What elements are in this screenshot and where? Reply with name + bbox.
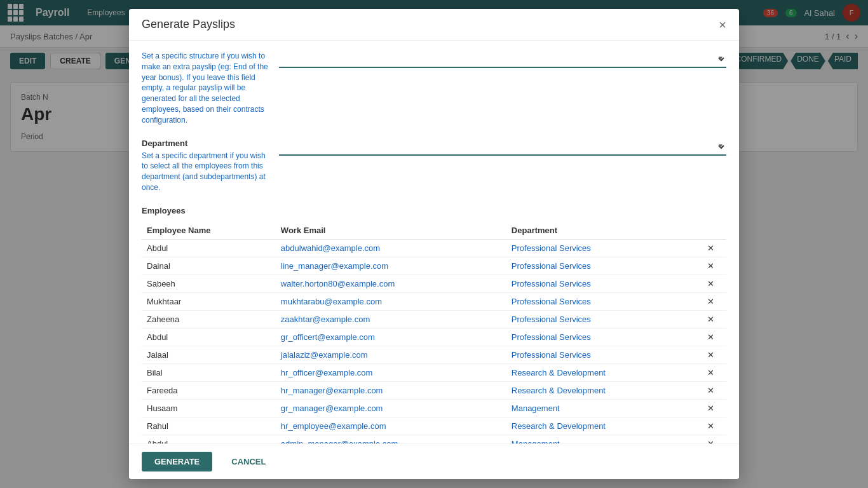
employee-dept-cell: Professional Services — [506, 274, 695, 292]
department-desc: Set a specific department if you wish to… — [142, 151, 269, 193]
remove-employee-button[interactable]: ✕ — [695, 346, 726, 363]
salary-structure-label-col: Set a specific structure if you wish to … — [142, 51, 269, 126]
employee-email-cell: hr_manager@example.com — [276, 381, 506, 399]
remove-employee-button[interactable]: ✕ — [695, 274, 726, 292]
table-header: Employee Name Work Email Department — [142, 222, 726, 240]
remove-employee-button[interactable]: ✕ — [695, 257, 726, 274]
cancel-button[interactable]: CANCEL — [219, 452, 278, 471]
employee-dept-cell: Management — [506, 435, 695, 444]
employee-email-cell: jalalaziz@example.com — [276, 346, 506, 363]
employee-name-cell: Bilal — [142, 363, 276, 381]
table-row: Rahul hr_employee@example.com Research &… — [142, 417, 726, 435]
generate-button[interactable]: GENERATE — [142, 452, 212, 471]
employee-email-cell: hr_employee@example.com — [276, 417, 506, 435]
employee-email-cell: mukhtarabu@example.com — [276, 292, 506, 310]
employee-dept-cell: Research & Development — [506, 381, 695, 399]
table-row: Zaheena zaakhtar@example.com Professiona… — [142, 310, 726, 328]
department-select-wrapper — [279, 139, 726, 156]
employee-dept-cell: Research & Development — [506, 417, 695, 435]
table-row: Abdul admin_manager@example.com Manageme… — [142, 435, 726, 444]
table-row: Sabeeh walter.horton80@example.com Profe… — [142, 274, 726, 292]
employee-email-cell: walter.horton80@example.com — [276, 274, 506, 292]
modal: Generate Payslips × Set a specific struc… — [129, 9, 739, 479]
employee-name-cell: Rahul — [142, 417, 276, 435]
col-employee-name: Employee Name — [142, 222, 276, 240]
remove-employee-button[interactable]: ✕ — [695, 328, 726, 346]
salary-structure-select-wrapper — [279, 51, 726, 68]
salary-structure-input-col — [269, 51, 726, 68]
salary-structure-desc: Set a specific structure if you wish to … — [142, 51, 269, 126]
salary-structure-row: Set a specific structure if you wish to … — [142, 51, 726, 126]
remove-employee-button[interactable]: ✕ — [695, 435, 726, 444]
department-input-col — [269, 139, 726, 156]
employee-email-cell: gr_manager@example.com — [276, 399, 506, 417]
employee-email-cell: hr_officer@example.com — [276, 363, 506, 381]
employee-name-cell: Husaam — [142, 399, 276, 417]
modal-close-button[interactable]: × — [719, 18, 726, 31]
employee-name-cell: Abdul — [142, 239, 276, 257]
department-label: Department — [142, 139, 269, 148]
employee-dept-cell: Professional Services — [506, 239, 695, 257]
remove-employee-button[interactable]: ✕ — [695, 363, 726, 381]
employees-section: Employees Employee Name Work Email Depar… — [142, 206, 726, 444]
modal-overlay[interactable]: Generate Payslips × Set a specific struc… — [0, 0, 868, 488]
modal-header: Generate Payslips × — [129, 9, 739, 41]
modal-footer: GENERATE CANCEL — [129, 444, 739, 479]
remove-employee-button[interactable]: ✕ — [695, 239, 726, 257]
employee-name-cell: Jalaal — [142, 346, 276, 363]
employee-name-cell: Abdul — [142, 435, 276, 444]
modal-body: Set a specific structure if you wish to … — [129, 41, 739, 444]
remove-employee-button[interactable]: ✕ — [695, 417, 726, 435]
employee-email-cell: abdulwahid@example.com — [276, 239, 506, 257]
table-row: Bilal hr_officer@example.com Research & … — [142, 363, 726, 381]
employees-table: Employee Name Work Email Department Abdu… — [142, 222, 726, 444]
employee-email-cell: admin_manager@example.com — [276, 435, 506, 444]
employee-email-cell: gr_officert@example.com — [276, 328, 506, 346]
employee-email-cell: zaakhtar@example.com — [276, 310, 506, 328]
employee-name-cell: Zaheena — [142, 310, 276, 328]
table-row: Abdul abdulwahid@example.com Professiona… — [142, 239, 726, 257]
employee-name-cell: Mukhtaar — [142, 292, 276, 310]
salary-structure-select[interactable] — [279, 51, 726, 68]
remove-employee-button[interactable]: ✕ — [695, 399, 726, 417]
table-row: Jalaal jalalaziz@example.com Professiona… — [142, 346, 726, 363]
employees-tbody: Abdul abdulwahid@example.com Professiona… — [142, 239, 726, 444]
col-remove — [695, 222, 726, 240]
employee-dept-cell: Professional Services — [506, 257, 695, 274]
table-row: Husaam gr_manager@example.com Management… — [142, 399, 726, 417]
employee-dept-cell: Research & Development — [506, 363, 695, 381]
table-row: Dainal line_manager@example.com Professi… — [142, 257, 726, 274]
employee-name-cell: Dainal — [142, 257, 276, 274]
department-select[interactable] — [279, 139, 726, 156]
employee-dept-cell: Professional Services — [506, 292, 695, 310]
col-department: Department — [506, 222, 695, 240]
employee-dept-cell: Professional Services — [506, 310, 695, 328]
table-row: Mukhtaar mukhtarabu@example.com Professi… — [142, 292, 726, 310]
remove-employee-button[interactable]: ✕ — [695, 310, 726, 328]
employee-dept-cell: Professional Services — [506, 346, 695, 363]
table-row: Fareeda hr_manager@example.com Research … — [142, 381, 726, 399]
employee-email-cell: line_manager@example.com — [276, 257, 506, 274]
remove-employee-button[interactable]: ✕ — [695, 381, 726, 399]
department-label-col: Department Set a specific department if … — [142, 139, 269, 193]
employee-name-cell: Fareeda — [142, 381, 276, 399]
modal-title: Generate Payslips — [142, 18, 235, 31]
employee-dept-cell: Management — [506, 399, 695, 417]
remove-employee-button[interactable]: ✕ — [695, 292, 726, 310]
employees-label: Employees — [142, 206, 726, 215]
col-work-email: Work Email — [276, 222, 506, 240]
department-row: Department Set a specific department if … — [142, 139, 726, 193]
employee-name-cell: Sabeeh — [142, 274, 276, 292]
table-row: Abdul gr_officert@example.com Profession… — [142, 328, 726, 346]
employee-name-cell: Abdul — [142, 328, 276, 346]
employee-dept-cell: Professional Services — [506, 328, 695, 346]
